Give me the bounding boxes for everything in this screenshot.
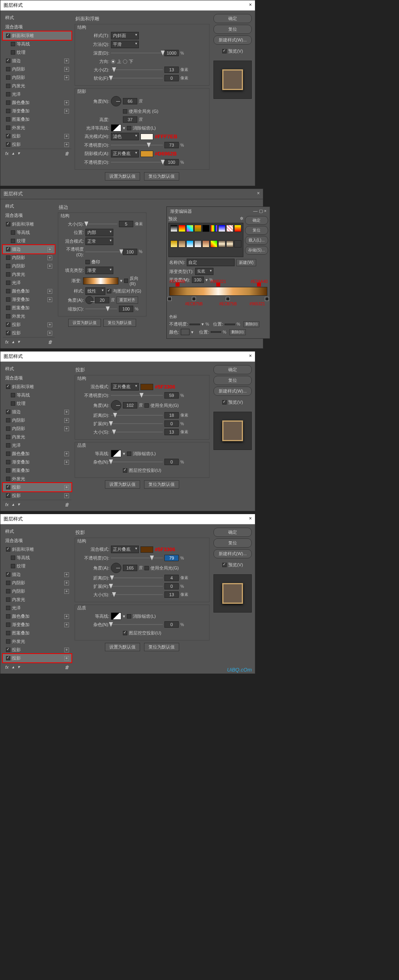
add-icon[interactable]: + (47, 247, 52, 252)
styles-header[interactable]: 样式 (3, 13, 71, 22)
soften-input[interactable]: 0 (164, 75, 179, 81)
hmode-select[interactable]: 滤色 (111, 133, 139, 140)
size-input[interactable]: 13 (164, 429, 179, 435)
blend-select[interactable]: 正常 (85, 238, 113, 245)
sidebar-item-contour[interactable]: 等高线 (3, 40, 71, 48)
sidebar-item-texture[interactable]: 纹理 (3, 237, 55, 245)
size-slider[interactable] (111, 67, 163, 72)
grad-name-input[interactable]: 自定 (187, 259, 235, 266)
opac-slider[interactable] (85, 249, 121, 254)
opac-input[interactable]: 79 (164, 555, 179, 561)
ge-reset-button[interactable]: 复位 (245, 226, 268, 235)
dist-slider[interactable] (111, 575, 163, 580)
checkbox[interactable] (6, 92, 10, 96)
stop-color-swatch[interactable] (181, 329, 190, 335)
sidebar-item-drop-shadow-2[interactable]: 投影+ (3, 654, 71, 662)
sidebar-item-drop-shadow[interactable]: 投影+ (3, 646, 71, 654)
dist-input[interactable]: 4 (164, 575, 179, 581)
angle-dial[interactable] (111, 563, 121, 573)
sidebar-item-drop-shadow[interactable]: 投影+ (3, 132, 71, 140)
trash-icon[interactable]: 🗑 (48, 340, 52, 344)
grad-style-select[interactable]: 线性 (85, 287, 105, 295)
chevron-down-icon[interactable]: ▾ (205, 277, 208, 283)
shadow-color-swatch[interactable] (140, 384, 153, 390)
sidebar-item-gradient-overlay[interactable]: 渐变叠加+ (3, 458, 71, 466)
checkbox[interactable] (11, 42, 15, 46)
trash-icon[interactable]: 🗑 (65, 665, 69, 670)
sidebar-item-bevel[interactable]: 斜面和浮雕 (3, 545, 71, 554)
reverse-checkbox[interactable] (124, 279, 128, 283)
contour-picker[interactable] (111, 613, 121, 620)
trash-icon[interactable]: 🗑 (65, 151, 69, 156)
sidebar-item-gradient-overlay[interactable]: 渐变叠加+ (3, 295, 55, 304)
sidebar-item-stroke[interactable]: 描边+ (3, 408, 71, 416)
noise-slider[interactable] (111, 460, 163, 464)
sidebar-item-satin[interactable]: 光泽 (3, 441, 71, 450)
reset-default-button[interactable]: 复位为默认值 (144, 480, 179, 489)
arrow-down-icon[interactable]: ▾ (18, 502, 20, 507)
size-input[interactable]: 13 (164, 591, 179, 598)
reset-default-button[interactable]: 复位为默认值 (144, 643, 179, 651)
ok-button[interactable]: 确定 (213, 528, 252, 537)
opac-input[interactable]: 59 (164, 392, 179, 399)
fx-label[interactable]: fx (5, 151, 9, 156)
reset-button[interactable]: 复位 (213, 376, 252, 385)
sidebar-item-pattern-overlay[interactable]: 图案叠加 (3, 466, 71, 475)
chevron-down-icon[interactable]: ▾ (123, 126, 125, 131)
fill-select[interactable]: 渐变 (85, 267, 113, 274)
chevron-down-icon[interactable]: ▾ (123, 451, 125, 456)
position-select[interactable]: 内部 (85, 229, 113, 236)
set-default-button[interactable]: 设置为默认值 (105, 643, 140, 651)
checkbox[interactable] (6, 142, 10, 147)
ge-save-button[interactable]: 存储(S)... (245, 246, 268, 255)
sidebar-item-inner-glow[interactable]: 内发光 (3, 433, 71, 441)
preview-checkbox[interactable] (222, 49, 227, 53)
sidebar-item-contour[interactable]: 等高线 (3, 391, 71, 399)
sidebar-item-outer-glow[interactable]: 外发光 (3, 637, 71, 646)
gtype-select[interactable]: 实底 (195, 268, 213, 275)
checkbox[interactable] (6, 67, 10, 71)
set-default-button[interactable]: 设置为默认值 (68, 319, 101, 327)
sidebar-item-bevel[interactable]: 斜面和浮雕 (3, 31, 71, 40)
sidebar-item-inner-shadow[interactable]: 内阴影+ (3, 579, 71, 587)
sidebar-item-color-overlay[interactable]: 颜色叠加+ (3, 450, 71, 458)
new-style-button[interactable]: 新建样式(W)... (213, 387, 252, 396)
sidebar-item-color-overlay[interactable]: 颜色叠加+ (3, 98, 71, 107)
sidebar-item-inner-shadow[interactable]: 内阴影+ (3, 65, 71, 73)
h-opac-input[interactable]: 73 (164, 142, 179, 148)
anti-alias-checkbox[interactable] (127, 452, 131, 456)
h-opac-slider[interactable] (111, 143, 163, 147)
soften-slider[interactable] (111, 76, 163, 81)
sidebar-item-stroke[interactable]: 描边+ (3, 570, 71, 579)
gear-icon[interactable]: ✲ (240, 216, 243, 222)
checkbox[interactable] (6, 84, 10, 88)
align-checkbox[interactable] (107, 289, 111, 293)
sidebar-item-color-overlay[interactable]: 颜色叠加+ (3, 287, 55, 295)
angle-input[interactable]: 165 (123, 565, 137, 571)
sidebar-item-inner-glow[interactable]: 内发光 (3, 270, 55, 279)
close-icon[interactable]: × (249, 353, 252, 360)
stop-opac-input[interactable] (190, 324, 200, 325)
sidebar-item-inner-shadow-2[interactable]: 内阴影+ (3, 262, 55, 270)
size-input[interactable]: 5 (119, 221, 133, 227)
angle-dial[interactable] (111, 400, 121, 410)
stop-loc2-input[interactable] (211, 331, 221, 333)
sidebar-item-inner-shadow[interactable]: 内阴影+ (3, 416, 71, 424)
anti-alias-checkbox[interactable] (127, 614, 131, 619)
blend-options[interactable]: 混合选项 (3, 22, 71, 31)
blend-select[interactable]: 正片叠底 (111, 383, 139, 391)
checkbox[interactable] (6, 59, 10, 63)
spread-slider[interactable] (111, 584, 163, 589)
checkbox[interactable] (6, 134, 10, 138)
arrow-down-icon[interactable]: ▾ (18, 664, 20, 670)
sidebar-item-stroke[interactable]: 描边+ (3, 245, 55, 253)
arrow-down-icon[interactable]: ▾ (18, 151, 20, 156)
reset-default-button[interactable]: 复位为默认值 (103, 319, 136, 327)
gloss-contour-picker[interactable] (111, 124, 121, 132)
size-input[interactable]: 13 (164, 67, 179, 73)
dist-slider[interactable] (111, 413, 163, 418)
stop-loc-input[interactable] (225, 324, 235, 325)
opac-slider[interactable] (111, 556, 163, 560)
add-icon[interactable]: + (64, 134, 69, 139)
delete-stop-button[interactable]: 删除(D) (243, 321, 260, 327)
